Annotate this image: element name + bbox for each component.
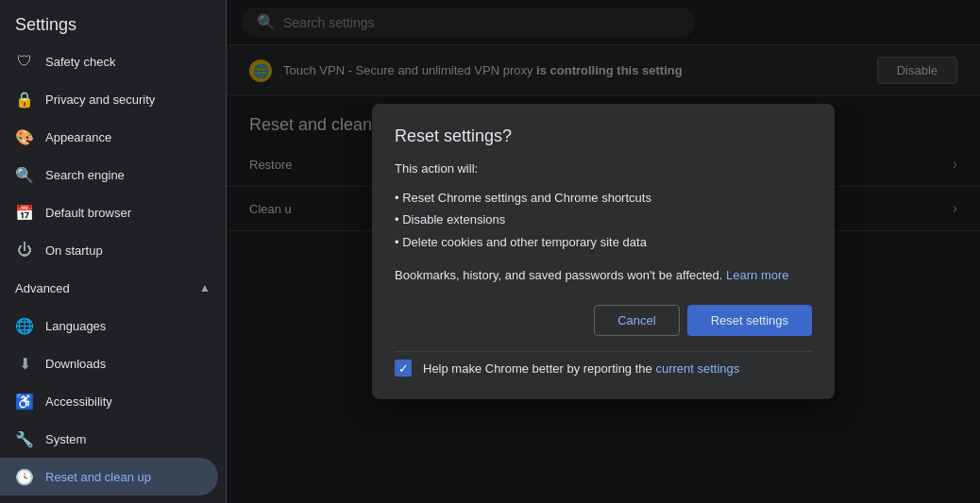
on-startup-icon: ⏻	[15, 241, 34, 260]
sidebar-label-default-browser: Default browser	[45, 206, 131, 220]
reset-dialog: Reset settings? This action will: • Rese…	[372, 104, 835, 399]
dialog-checkbox-text-before: Help make Chrome better by reporting the	[423, 361, 652, 376]
reset-settings-button[interactable]: Reset settings	[687, 305, 812, 336]
sidebar-label-safety-check: Safety check	[45, 55, 115, 69]
sidebar-item-default-browser[interactable]: 📅 Default browser	[0, 193, 218, 231]
sidebar-item-search-engine[interactable]: 🔍 Search engine	[0, 156, 218, 193]
advanced-section[interactable]: Advanced ▲	[0, 269, 226, 307]
dialog-learn-more-link[interactable]: Learn more	[726, 268, 788, 282]
sidebar-label-accessibility: Accessibility	[45, 394, 112, 409]
main-content: 🔍 🌐 Touch VPN - Secure and unlimited VPN…	[227, 0, 980, 503]
system-icon: 🔧	[15, 429, 34, 448]
dialog-note: Bookmarks, history, and saved passwords …	[395, 268, 812, 282]
sidebar-label-languages: Languages	[45, 319, 106, 333]
search-engine-icon: 🔍	[15, 165, 34, 184]
dialog-note-text: Bookmarks, history, and saved passwords …	[395, 268, 722, 282]
sidebar-item-system[interactable]: 🔧 System	[0, 420, 218, 458]
sidebar-item-on-startup[interactable]: ⏻ On startup	[0, 231, 218, 269]
help-chrome-checkbox[interactable]	[395, 360, 412, 377]
default-browser-icon: 📅	[15, 203, 34, 222]
dialog-title: Reset settings?	[395, 126, 812, 146]
advanced-chevron-icon: ▲	[199, 281, 211, 294]
sidebar-item-accessibility[interactable]: ♿ Accessibility	[0, 382, 218, 420]
accessibility-icon: ♿	[15, 392, 34, 411]
sidebar-title: Settings	[0, 0, 226, 42]
dialog-subtitle: This action will:	[395, 161, 812, 176]
safety-check-icon: 🛡	[15, 52, 34, 71]
downloads-icon: ⬇	[15, 354, 34, 373]
cancel-button[interactable]: Cancel	[594, 305, 679, 336]
reset-cleanup-icon: 🕓	[15, 467, 34, 486]
sidebar-item-safety-check[interactable]: 🛡 Safety check	[0, 42, 218, 80]
sidebar-item-downloads[interactable]: ⬇ Downloads	[0, 344, 218, 382]
sidebar-label-downloads: Downloads	[45, 357, 106, 371]
sidebar-label-on-startup: On startup	[45, 243, 103, 258]
sidebar-item-privacy-security[interactable]: 🔒 Privacy and security	[0, 80, 218, 118]
sidebar-label-appearance: Appearance	[45, 130, 111, 144]
sidebar-nav: Settings 🛡 Safety check 🔒 Privacy and se…	[0, 0, 227, 503]
dialog-bullet-3: • Delete cookies and other temporary sit…	[395, 231, 812, 253]
dialog-bullet-2: • Disable extensions	[395, 209, 812, 230]
sidebar-label-reset-cleanup: Reset and clean up	[45, 470, 151, 484]
dialog-bullet-1: • Reset Chrome settings and Chrome short…	[395, 187, 812, 209]
dialog-overlay: Reset settings? This action will: • Rese…	[227, 0, 980, 503]
privacy-security-icon: 🔒	[15, 90, 34, 109]
dialog-checkbox-label: Help make Chrome better by reporting the…	[423, 361, 739, 376]
appearance-icon: 🎨	[15, 127, 34, 146]
sidebar-label-system: System	[45, 432, 86, 446]
sidebar-label-search-engine: Search engine	[45, 168, 125, 182]
sidebar-item-appearance[interactable]: 🎨 Appearance	[0, 118, 218, 156]
current-settings-link[interactable]: current settings	[655, 361, 739, 376]
dialog-checkbox-row: Help make Chrome better by reporting the…	[395, 351, 812, 377]
advanced-label: Advanced	[15, 281, 70, 295]
sidebar-item-reset-cleanup[interactable]: 🕓 Reset and clean up	[0, 458, 218, 495]
sidebar-label-privacy-security: Privacy and security	[45, 92, 155, 107]
dialog-actions: Cancel Reset settings	[395, 305, 812, 336]
languages-icon: 🌐	[15, 316, 34, 335]
sidebar-item-languages[interactable]: 🌐 Languages	[0, 307, 218, 344]
sidebar: Settings 🛡 Safety check 🔒 Privacy and se…	[0, 0, 227, 503]
dialog-bullets: • Reset Chrome settings and Chrome short…	[395, 187, 812, 253]
